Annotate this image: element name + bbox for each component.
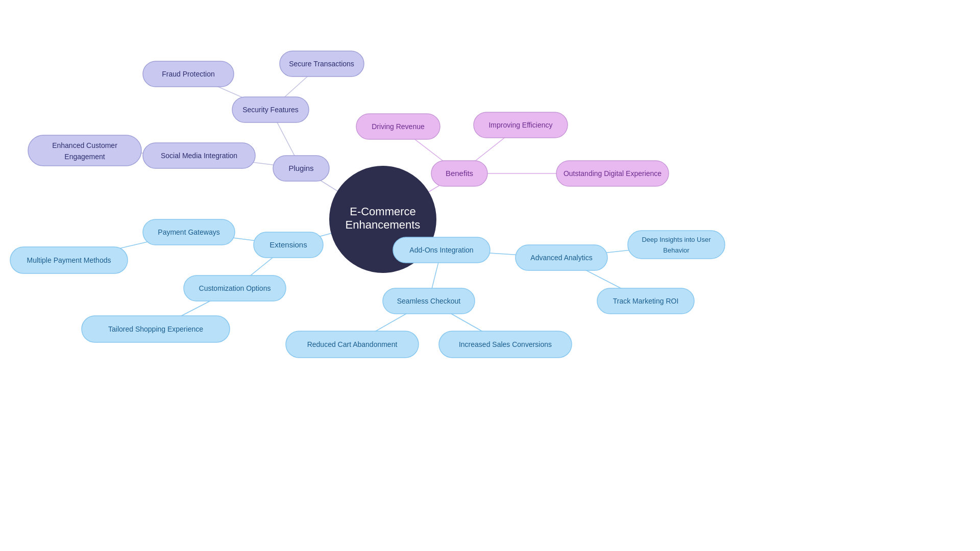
svg-text:Social Media Integration: Social Media Integration (161, 152, 237, 160)
svg-text:Seamless Checkout: Seamless Checkout (397, 297, 461, 305)
svg-text:Enhanced Customer: Enhanced Customer (52, 141, 117, 149)
svg-text:Reduced Cart Abandonment: Reduced Cart Abandonment (307, 340, 398, 348)
addons-node: Add-Ons Integration (393, 237, 490, 263)
seamless-checkout-node: Seamless Checkout (383, 288, 475, 314)
svg-rect-35 (28, 135, 141, 166)
svg-text:Improving Efficiency: Improving Efficiency (488, 121, 552, 129)
svg-text:Behavior: Behavior (663, 246, 690, 254)
improving-efficiency-node: Improving Efficiency (474, 112, 568, 138)
svg-text:Deep Insights into User: Deep Insights into User (642, 236, 711, 243)
svg-text:Advanced Analytics: Advanced Analytics (530, 254, 592, 262)
svg-text:Track Marketing ROI: Track Marketing ROI (613, 297, 679, 305)
track-marketing-node: Track Marketing ROI (597, 288, 694, 314)
fraud-protection-node: Fraud Protection (143, 61, 234, 87)
secure-transactions-node: Secure Transactions (280, 51, 364, 77)
enhanced-customer-node: Enhanced Customer Engagement (28, 135, 141, 166)
svg-text:Enhancements: Enhancements (346, 218, 421, 231)
outstanding-digital-node: Outstanding Digital Experience (556, 161, 669, 186)
driving-revenue-node: Driving Revenue (356, 114, 440, 139)
tailored-shopping-node: Tailored Shopping Experience (82, 316, 230, 342)
svg-text:Fraud Protection: Fraud Protection (162, 70, 215, 78)
svg-text:Extensions: Extensions (270, 240, 307, 249)
svg-text:Plugins: Plugins (288, 164, 313, 172)
svg-text:Multiple Payment Methods: Multiple Payment Methods (27, 256, 111, 264)
svg-text:Outstanding Digital Experience: Outstanding Digital Experience (564, 169, 662, 178)
svg-text:Add-Ons Integration: Add-Ons Integration (409, 246, 473, 254)
security-features-node: Security Features (232, 97, 309, 122)
payment-gateways-node: Payment Gateways (143, 219, 235, 245)
benefits-node: Benefits (431, 161, 487, 186)
svg-text:Driving Revenue: Driving Revenue (372, 122, 425, 131)
svg-text:Payment Gateways: Payment Gateways (158, 228, 219, 236)
deep-insights-node: Deep Insights into User Behavior (628, 231, 725, 259)
advanced-analytics-node: Advanced Analytics (516, 245, 607, 270)
plugins-node: Plugins (273, 156, 329, 181)
multiple-payment-node: Multiple Payment Methods (10, 247, 128, 273)
increased-sales-node: Increased Sales Conversions (439, 331, 572, 358)
customization-options-node: Customization Options (184, 276, 286, 301)
svg-text:Customization Options: Customization Options (199, 284, 271, 292)
mindmap-canvas: E-Commerce Enhancements Plugins Security… (0, 0, 980, 551)
svg-text:Tailored Shopping Experience: Tailored Shopping Experience (108, 325, 203, 333)
svg-text:Secure Transactions: Secure Transactions (289, 60, 354, 68)
svg-text:Increased Sales Conversions: Increased Sales Conversions (459, 340, 552, 348)
svg-text:Engagement: Engagement (64, 153, 105, 161)
svg-text:Benefits: Benefits (446, 169, 473, 178)
svg-text:E-Commerce: E-Commerce (350, 205, 416, 218)
social-media-node: Social Media Integration (143, 143, 255, 168)
reduced-cart-node: Reduced Cart Abandonment (286, 331, 419, 358)
svg-text:Security Features: Security Features (242, 106, 299, 114)
extensions-node: Extensions (254, 232, 323, 258)
svg-rect-66 (628, 231, 725, 259)
